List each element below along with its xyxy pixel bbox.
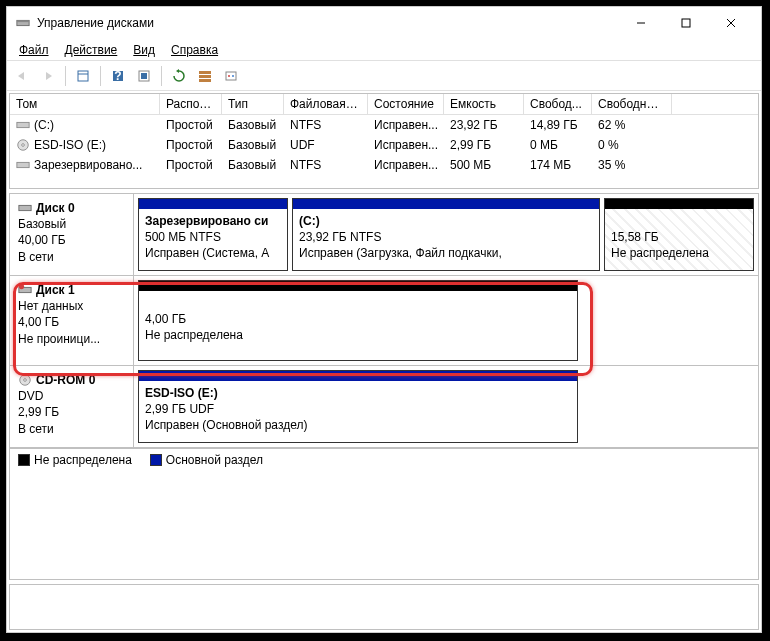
disc-icon bbox=[18, 373, 32, 387]
svg-rect-6 bbox=[78, 71, 88, 81]
close-button[interactable] bbox=[708, 9, 753, 37]
svg-point-17 bbox=[232, 75, 234, 77]
disk-graphical-view: Диск 0 Базовый 40,00 ГБ В сети Зарезерви… bbox=[9, 193, 759, 580]
maximize-button[interactable] bbox=[663, 9, 708, 37]
disc-icon bbox=[16, 138, 30, 152]
toolbar: ? bbox=[7, 61, 761, 91]
disk-label[interactable]: Диск 0 Базовый 40,00 ГБ В сети bbox=[10, 194, 134, 275]
svg-point-16 bbox=[228, 75, 230, 77]
svg-rect-11 bbox=[141, 73, 147, 79]
drive-icon bbox=[16, 158, 30, 172]
menu-file[interactable]: Файл bbox=[13, 41, 55, 59]
refresh-icon[interactable] bbox=[168, 65, 190, 87]
legend-swatch-unallocated-icon bbox=[18, 454, 30, 466]
svg-rect-18 bbox=[17, 122, 29, 127]
volume-list[interactable]: Том Располо... Тип Файловая с... Состоян… bbox=[9, 93, 759, 189]
titlebar: Управление дисками bbox=[7, 7, 761, 39]
legend: Не распределена Основной раздел bbox=[10, 448, 758, 470]
partition-c[interactable]: (C:) 23,92 ГБ NTFS Исправен (Загрузка, Ф… bbox=[292, 198, 600, 271]
disk-warning-icon bbox=[18, 283, 32, 297]
svg-point-20 bbox=[22, 144, 25, 147]
toolbar-list-icon[interactable] bbox=[194, 65, 216, 87]
menu-help[interactable]: Справка bbox=[165, 41, 224, 59]
svg-rect-14 bbox=[199, 79, 211, 82]
details-pane bbox=[9, 584, 759, 630]
disk-icon bbox=[18, 201, 32, 215]
volume-row[interactable]: (C:) Простой Базовый NTFS Исправен... 23… bbox=[10, 115, 758, 135]
svg-rect-12 bbox=[199, 71, 211, 74]
volume-row[interactable]: ESD-ISO (E:) Простой Базовый UDF Исправе… bbox=[10, 135, 758, 155]
col-type[interactable]: Тип bbox=[222, 94, 284, 114]
menu-view[interactable]: Вид bbox=[127, 41, 161, 59]
forward-button[interactable] bbox=[37, 65, 59, 87]
toolbar-properties-icon[interactable] bbox=[72, 65, 94, 87]
svg-point-26 bbox=[24, 379, 27, 382]
svg-rect-21 bbox=[17, 162, 29, 167]
svg-text:?: ? bbox=[114, 69, 121, 83]
svg-rect-22 bbox=[19, 205, 31, 210]
volume-row[interactable]: Зарезервировано... Простой Базовый NTFS … bbox=[10, 155, 758, 175]
col-capacity[interactable]: Емкость bbox=[444, 94, 524, 114]
disk-row-0[interactable]: Диск 0 Базовый 40,00 ГБ В сети Зарезерви… bbox=[10, 194, 758, 276]
col-free[interactable]: Свобод... bbox=[524, 94, 592, 114]
svg-rect-1 bbox=[17, 20, 29, 22]
svg-rect-3 bbox=[682, 19, 690, 27]
partition-esd-iso[interactable]: ESD-ISO (E:) 2,99 ГБ UDF Исправен (Основ… bbox=[138, 370, 578, 443]
minimize-button[interactable] bbox=[618, 9, 663, 37]
disk-label[interactable]: CD-ROM 0 DVD 2,99 ГБ В сети bbox=[10, 366, 134, 447]
col-status[interactable]: Состояние bbox=[368, 94, 444, 114]
disk-row-cdrom[interactable]: CD-ROM 0 DVD 2,99 ГБ В сети ESD-ISO (E:)… bbox=[10, 366, 758, 448]
svg-rect-15 bbox=[226, 72, 236, 80]
menubar: Файл Действие Вид Справка bbox=[7, 39, 761, 61]
disk-label[interactable]: Диск 1 Нет данных 4,00 ГБ Не проиници... bbox=[10, 276, 134, 365]
toolbar-view-icon[interactable] bbox=[133, 65, 155, 87]
disk-management-window: Управление дисками Файл Действие Вид Спр… bbox=[6, 6, 762, 633]
svg-point-24 bbox=[19, 284, 24, 289]
svg-rect-13 bbox=[199, 75, 211, 78]
help-icon[interactable]: ? bbox=[107, 65, 129, 87]
col-filesystem[interactable]: Файловая с... bbox=[284, 94, 368, 114]
app-icon bbox=[15, 15, 31, 31]
back-button[interactable] bbox=[11, 65, 33, 87]
col-freepct[interactable]: Свободно % bbox=[592, 94, 672, 114]
window-title: Управление дисками bbox=[37, 16, 618, 30]
col-volume[interactable]: Том bbox=[10, 94, 160, 114]
disk-row-1[interactable]: Диск 1 Нет данных 4,00 ГБ Не проиници...… bbox=[10, 276, 758, 366]
menu-action[interactable]: Действие bbox=[59, 41, 124, 59]
partition-system-reserved[interactable]: Зарезервировано си 500 МБ NTFS Исправен … bbox=[138, 198, 288, 271]
drive-icon bbox=[16, 118, 30, 132]
col-layout[interactable]: Располо... bbox=[160, 94, 222, 114]
partition-unallocated[interactable]: 15,58 ГБ Не распределена bbox=[604, 198, 754, 271]
legend-swatch-primary-icon bbox=[150, 454, 162, 466]
partition-unallocated[interactable]: 4,00 ГБ Не распределена bbox=[138, 280, 578, 361]
toolbar-settings-icon[interactable] bbox=[220, 65, 242, 87]
volume-list-header: Том Располо... Тип Файловая с... Состоян… bbox=[10, 94, 758, 115]
